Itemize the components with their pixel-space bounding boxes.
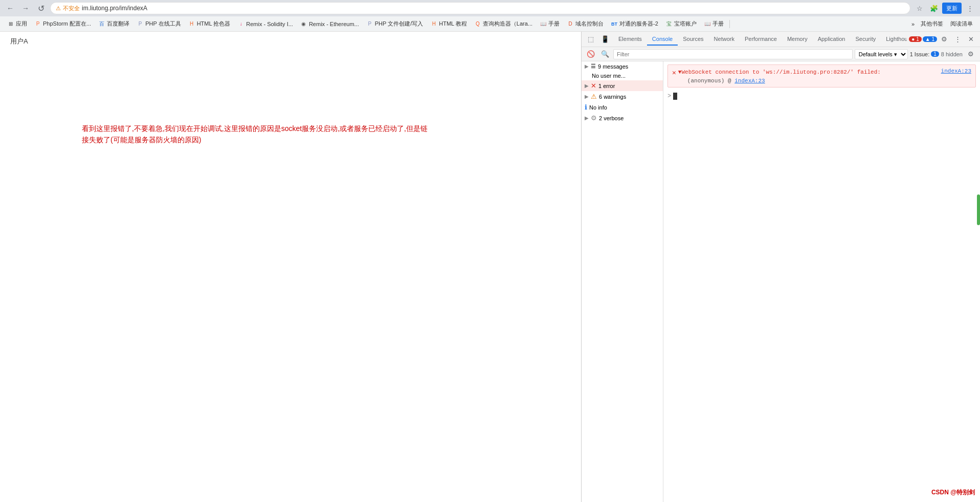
address-text: im.liutong.pro/im/indexA bbox=[82, 5, 147, 12]
sidebar-label-verbose: 2 verbose bbox=[599, 115, 623, 121]
tab-console[interactable]: Console bbox=[647, 33, 678, 46]
console-clear-button[interactable]: 🚫 bbox=[585, 48, 597, 60]
sidebar-label-all: 9 messages bbox=[598, 63, 628, 70]
bookmark-remix-eth-label: Remix - Ethereum... bbox=[309, 21, 359, 27]
php-file-icon: P bbox=[366, 20, 373, 28]
filter-input[interactable] bbox=[613, 49, 853, 59]
bookmark-more[interactable]: » bbox=[909, 20, 917, 28]
console-cursor[interactable] bbox=[673, 93, 677, 100]
bookmark-domain-label: 域名控制台 bbox=[575, 20, 604, 28]
query-icon: Q bbox=[474, 20, 481, 28]
warn-icon: ⚠ bbox=[591, 93, 597, 100]
title-bar: ← → ↺ ⚠ 不安全 im.liutong.pro/im/indexA ☆ 🧩… bbox=[0, 0, 980, 16]
devtools-close-button[interactable]: ✕ bbox=[965, 33, 977, 46]
bookmark-manual2[interactable]: 📖 手册 bbox=[701, 19, 727, 29]
devtools-topbar: ⬚ 📱 Elements Console Sources Network Per… bbox=[582, 32, 980, 47]
extension-button[interactable]: 🧩 bbox=[928, 2, 940, 14]
main-area: 用户A 看到这里报错了,不要着急,我们现在开始调试,这里报错的原因是socket… bbox=[0, 32, 980, 502]
error-block: ✕ ▼WebSocket connection to 'ws://im.liut… bbox=[667, 64, 976, 88]
bookmark-star-button[interactable]: ☆ bbox=[914, 2, 926, 14]
bookmark-php-label: PHP 在线工具 bbox=[145, 20, 181, 28]
sidebar-arrow-errors: ▶ bbox=[585, 83, 589, 89]
sidebar-item-user[interactable]: No user me... bbox=[582, 71, 663, 80]
hidden-badge: 8 hidden bbox=[941, 51, 963, 57]
bookmark-separator bbox=[729, 20, 730, 28]
bookmark-remix-solidity[interactable]: ↓ Remix - Solidity I... bbox=[234, 19, 296, 29]
bookmark-php-file[interactable]: P PHP 文件创建/写入 bbox=[363, 19, 427, 29]
bookmark-query[interactable]: Q 查询构造器（Lara... bbox=[471, 19, 536, 29]
sidebar-item-warnings[interactable]: ▶ ⚠ 6 warnings bbox=[582, 91, 663, 102]
sidebar-item-all[interactable]: ▶ ☰ 9 messages bbox=[582, 61, 663, 71]
bookmark-baidu[interactable]: 百 百度翻译 bbox=[95, 19, 132, 29]
console-settings-button[interactable]: ⚙ bbox=[965, 48, 977, 60]
baidu-icon: 百 bbox=[98, 20, 105, 28]
bookmark-server[interactable]: BT 对通的服务器-2 bbox=[608, 19, 661, 29]
console-main: ✕ ▼WebSocket connection to 'ws://im.liut… bbox=[663, 61, 980, 502]
tab-memory[interactable]: Memory bbox=[782, 33, 813, 46]
error-anonymous: (anonymous) @ bbox=[687, 78, 734, 84]
manual-icon: 📖 bbox=[540, 20, 547, 28]
devtools-settings-button[interactable]: ⚙ bbox=[938, 33, 950, 46]
bookmark-manual[interactable]: 📖 手册 bbox=[537, 19, 563, 29]
bookmark-remix-eth[interactable]: ◉ Remix - Ethereum... bbox=[297, 19, 362, 29]
sidebar-label-warnings: 6 warnings bbox=[599, 94, 626, 100]
forward-button[interactable]: → bbox=[19, 2, 32, 14]
error-link[interactable]: indexA:23 bbox=[734, 78, 765, 84]
reload-button[interactable]: ↺ bbox=[35, 2, 47, 14]
bookmarks-bar: ⊞ 应用 P PhpStorm 配置在... 百 百度翻译 P PHP 在线工具… bbox=[0, 16, 980, 32]
error-badge[interactable]: ● 1 bbox=[909, 36, 921, 42]
console-sidebar: ▶ ☰ 9 messages No user me... ▶ ✕ 1 error… bbox=[582, 61, 663, 502]
error-location[interactable]: indexA:23 bbox=[941, 68, 971, 74]
back-button[interactable]: ← bbox=[4, 2, 16, 14]
bookmark-phpstorm[interactable]: P PhpStorm 配置在... bbox=[31, 19, 94, 29]
levels-select[interactable]: Default levels ▾ All levels Verbose Info… bbox=[855, 49, 908, 59]
update-button[interactable]: 更新 bbox=[942, 3, 962, 14]
bookmark-html-color[interactable]: H HTML 抢色器 bbox=[185, 19, 234, 29]
sidebar-item-info[interactable]: ℹ No info bbox=[582, 102, 663, 113]
menu-button[interactable]: ⋮ bbox=[964, 2, 976, 14]
tab-security[interactable]: Security bbox=[850, 33, 881, 46]
sidebar-item-verbose[interactable]: ▶ ⚙ 2 verbose bbox=[582, 113, 663, 123]
html-color-icon: H bbox=[188, 20, 195, 28]
watermark: CSDN @特别剑 bbox=[931, 488, 975, 497]
issue-label: 1 Issue: bbox=[910, 51, 930, 57]
right-scrollbar[interactable] bbox=[977, 194, 980, 225]
bookmark-php[interactable]: P PHP 在线工具 bbox=[133, 19, 184, 29]
devtools-more-button[interactable]: ⋮ bbox=[951, 33, 964, 46]
bookmark-phpstorm-label: PhpStorm 配置在... bbox=[43, 20, 91, 28]
tab-sources[interactable]: Sources bbox=[678, 33, 708, 46]
bookmark-others[interactable]: 其他书签 bbox=[918, 19, 946, 29]
page-content: 用户A 看到这里报错了,不要着急,我们现在开始调试,这里报错的原因是socket… bbox=[0, 32, 581, 502]
tab-network[interactable]: Network bbox=[709, 33, 740, 46]
bookmark-html-tutorial[interactable]: H HTML 教程 bbox=[427, 19, 470, 29]
sidebar-label-info: No info bbox=[589, 104, 607, 111]
sidebar-label-errors: 1 error bbox=[598, 83, 615, 89]
warn-badge[interactable]: ▲ 1 bbox=[923, 36, 937, 42]
bookmark-apps-label: 应用 bbox=[16, 20, 27, 28]
devtools-device-button[interactable]: 📱 bbox=[599, 33, 611, 46]
bookmark-query-label: 查询构造器（Lara... bbox=[483, 20, 532, 28]
devtools-actions: ● 1 ▲ 1 ⚙ ⋮ ✕ bbox=[909, 33, 977, 46]
devtools-tabs-container: Elements Console Sources Network Perform… bbox=[613, 33, 907, 46]
sidebar-item-errors[interactable]: ▶ ✕ 1 error bbox=[582, 80, 663, 91]
address-bar[interactable]: ⚠ 不安全 im.liutong.pro/im/indexA bbox=[50, 2, 910, 14]
error-header: ✕ ▼WebSocket connection to 'ws://im.liut… bbox=[672, 68, 971, 84]
bookmark-baota[interactable]: 宝 宝塔账户 bbox=[662, 19, 700, 29]
bookmark-apps[interactable]: ⊞ 应用 bbox=[4, 19, 30, 29]
error-message: ▼WebSocket connection to 'ws://im.liuton… bbox=[678, 68, 939, 77]
devtools-inspect-button[interactable]: ⬚ bbox=[585, 33, 597, 46]
bookmark-reading[interactable]: 阅读清单 bbox=[947, 19, 976, 29]
tab-performance[interactable]: Performance bbox=[740, 33, 782, 46]
tab-elements[interactable]: Elements bbox=[613, 33, 647, 46]
sidebar-arrow-all: ▶ bbox=[585, 63, 589, 69]
tab-application[interactable]: Application bbox=[813, 33, 851, 46]
tab-lighthouse[interactable]: Lighthouse bbox=[881, 33, 907, 46]
issue-count: 1 bbox=[931, 51, 939, 57]
sidebar-icon-list: ☰ bbox=[591, 63, 596, 70]
devtools-body: ▶ ☰ 9 messages No user me... ▶ ✕ 1 error… bbox=[582, 61, 980, 502]
error-subline: (anonymous) @ indexA:23 bbox=[678, 78, 939, 84]
bookmark-domain[interactable]: D 域名控制台 bbox=[564, 19, 607, 29]
issue-badge: 1 Issue: 1 bbox=[910, 51, 939, 57]
page-user-label: 用户A bbox=[10, 37, 571, 46]
security-label: 不安全 bbox=[63, 5, 80, 12]
